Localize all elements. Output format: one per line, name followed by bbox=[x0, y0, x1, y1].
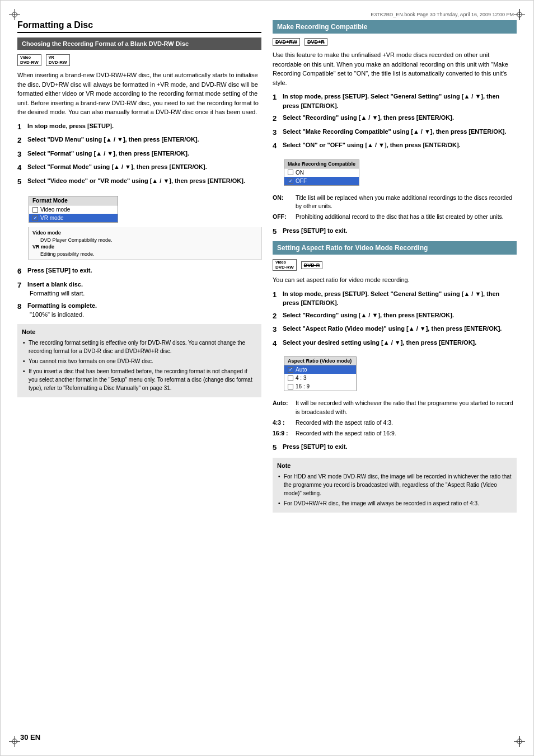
step-4: 4 Select "Format Mode" using [▲ / ▼], th… bbox=[17, 162, 261, 173]
step-2: 2 Select "DVD Menu" using [▲ / ▼], then … bbox=[17, 135, 261, 146]
disc-icons-right2: Video DVD-RW DVD-R bbox=[273, 259, 517, 271]
off-checkbox bbox=[288, 178, 293, 184]
ar-table: Aspect Ratio (Video mode) Auto 4 : 3 16 … bbox=[284, 356, 357, 391]
step-1: 1 In stop mode, press [SETUP]. bbox=[17, 121, 261, 133]
format-mode-row-vr: VR mode bbox=[29, 214, 118, 222]
on-desc: ON: Title list will be replaced when you… bbox=[273, 194, 517, 212]
mrc-step-1: 1 In stop mode, press [SETUP]. Select "G… bbox=[273, 92, 517, 110]
note-item-1: The recording format setting is effectiv… bbox=[22, 339, 257, 355]
note-title-left: Note bbox=[22, 327, 257, 337]
format-mode-table: Format Mode Video mode VR mode bbox=[29, 196, 118, 223]
off-desc: OFF: Prohibiting additional record to th… bbox=[273, 213, 517, 222]
ar-box-wrapper: Aspect Ratio (Video mode) Auto 4 : 3 16 … bbox=[284, 353, 517, 395]
right-column: Make Recording Compatible DVD+RW DVD+R U… bbox=[273, 20, 517, 513]
mrc-step-5: 5 Press [SETUP] to exit. bbox=[273, 226, 517, 237]
ar-step-5: 5 Press [SETUP] to exit. bbox=[273, 442, 517, 453]
43-checkbox bbox=[288, 375, 293, 381]
auto-checkbox bbox=[288, 367, 293, 373]
disc-icon-video-dvdrw2: Video DVD-RW bbox=[273, 259, 297, 271]
section2-title-box: Make Recording Compatible bbox=[273, 20, 517, 34]
corner-mark-tr bbox=[514, 9, 525, 20]
ar-steps: 1 In stop mode, press [SETUP]. Select "G… bbox=[273, 289, 517, 349]
format-mode-header: Format Mode bbox=[29, 196, 118, 205]
step-6: 6 Press [SETUP] to exit. bbox=[17, 266, 261, 277]
corner-mark-bl bbox=[9, 736, 20, 747]
disc-icons-left: Video DVD-RW VR DVD-RW bbox=[17, 54, 261, 66]
169-checkbox bbox=[288, 384, 293, 389]
step-5: 5 Select "Video mode" or "VR mode" using… bbox=[17, 176, 261, 187]
steps-list-1: 1 In stop mode, press [SETUP]. 2 Select … bbox=[17, 121, 261, 187]
mode-description: Video mode DVD Player Compatibility mode… bbox=[29, 227, 261, 260]
disc-icon-dvdplusr: DVD+R bbox=[305, 38, 327, 46]
mrc-step-4: 4 Select "ON" or "OFF" using [▲ / ▼], th… bbox=[273, 140, 517, 152]
ar-row-169: 16 : 9 bbox=[284, 382, 356, 391]
format-mode-row-video: Video mode bbox=[29, 205, 118, 214]
video-mode-checkbox bbox=[32, 207, 38, 213]
ar-header: Aspect Ratio (Video mode) bbox=[284, 357, 356, 365]
corner-mark-tl bbox=[9, 9, 20, 20]
note-list-left: The recording format setting is effectiv… bbox=[22, 339, 257, 392]
note-item-r2: For DVD+RW/+R disc, the image will alway… bbox=[277, 499, 512, 508]
ar-step-2: 2 Select "Recording" using [▲ / ▼], then… bbox=[273, 311, 517, 322]
note-list-right: For HDD and VR mode DVD-RW disc, the ima… bbox=[277, 472, 512, 508]
note-item-2: You cannot mix two formats on one DVD-RW… bbox=[22, 357, 257, 365]
corner-mark-br bbox=[514, 736, 525, 747]
disc-icon-dvdr2: DVD-R bbox=[301, 261, 323, 269]
auto-desc: Auto: It will be recorded with whichever… bbox=[273, 399, 517, 417]
note-box-left: Note The recording format setting is eff… bbox=[17, 324, 261, 398]
onoff-descriptions: ON: Title list will be replaced when you… bbox=[273, 194, 517, 222]
ar-step-1: 1 In stop mode, press [SETUP]. Select "G… bbox=[273, 289, 517, 308]
mrc-step-3: 3 Select "Make Recording Compatible" usi… bbox=[273, 127, 517, 138]
steps-list-2: 6 Press [SETUP] to exit. 7 Insert a blan… bbox=[17, 266, 261, 320]
page-wrapper: E3TK2BD_EN.book Page 30 Thursday, April … bbox=[0, 0, 534, 756]
43-desc: 4:3 : Recorded with the aspect ratio of … bbox=[273, 419, 517, 428]
vr-mode-checkbox bbox=[32, 215, 38, 221]
note-title-right: Note bbox=[277, 461, 512, 471]
onoff-row-off: OFF bbox=[284, 177, 359, 185]
disc-icon-dvdrw-plus: DVD+RW bbox=[273, 38, 300, 46]
ar-step5: 5 Press [SETUP] to exit. bbox=[273, 442, 517, 453]
on-checkbox bbox=[288, 170, 293, 175]
mrc-step5: 5 Press [SETUP] to exit. bbox=[273, 226, 517, 237]
ar-row-43: 4 : 3 bbox=[284, 374, 356, 382]
left-column: Formatting a Disc Choosing the Recording… bbox=[17, 20, 261, 513]
section2-body: Use this feature to make the unfinalised… bbox=[273, 50, 517, 87]
main-title: Formatting a Disc bbox=[17, 20, 261, 33]
page-number: 30 EN bbox=[20, 733, 40, 741]
file-info: E3TK2BD_EN.book Page 30 Thursday, April … bbox=[17, 12, 517, 17]
section3-body: You can set aspect ratio for video mode … bbox=[273, 275, 517, 285]
disc-icon-vr-dvdrw: VR DVD-RW bbox=[46, 54, 70, 66]
note-item-r1: For HDD and VR mode DVD-RW disc, the ima… bbox=[277, 472, 512, 497]
note-box-right: Note For HDD and VR mode DVD-RW disc, th… bbox=[273, 458, 517, 513]
step-7: 7 Insert a blank disc. Formatting will s… bbox=[17, 280, 261, 298]
disc-icon-video-dvdrw: Video DVD-RW bbox=[17, 54, 41, 66]
section1-title-box: Choosing the Recording Format of a Blank… bbox=[17, 37, 261, 50]
mrc-steps: 1 In stop mode, press [SETUP]. Select "G… bbox=[273, 92, 517, 152]
onoff-box-wrapper: Make Recording Compatible ON OFF bbox=[284, 156, 517, 189]
step-8: 8 Formatting is complete. "100%" is indi… bbox=[17, 301, 261, 320]
ar-step-3: 3 Select "Aspect Ratio (Video mode)" usi… bbox=[273, 324, 517, 335]
step-3: 3 Select "Format" using [▲ / ▼], then pr… bbox=[17, 149, 261, 160]
format-mode-box: Format Mode Video mode VR mode Video mod… bbox=[29, 191, 261, 260]
section1-body: When inserting a brand-new DVD-RW/+RW di… bbox=[17, 71, 261, 117]
onoff-table: Make Recording Compatible ON OFF bbox=[284, 159, 359, 186]
onoff-row-on: ON bbox=[284, 168, 359, 177]
169-desc: 16:9 : Recorded with the aspect ratio of… bbox=[273, 429, 517, 438]
ar-step-4: 4 Select your desired setting using [▲ /… bbox=[273, 338, 517, 349]
ar-row-auto: Auto bbox=[284, 365, 356, 374]
onoff-header: Make Recording Compatible bbox=[284, 160, 359, 168]
section3-title-box: Setting Aspect Ratio for Video Mode Reco… bbox=[273, 241, 517, 255]
columns: Formatting a Disc Choosing the Recording… bbox=[17, 20, 517, 513]
mrc-step-2: 2 Select "Recording" using [▲ / ▼], then… bbox=[273, 113, 517, 124]
ar-descriptions: Auto: It will be recorded with whichever… bbox=[273, 399, 517, 438]
disc-icons-right1: DVD+RW DVD+R bbox=[273, 38, 517, 46]
note-item-3: If you insert a disc that has been forma… bbox=[22, 367, 257, 392]
